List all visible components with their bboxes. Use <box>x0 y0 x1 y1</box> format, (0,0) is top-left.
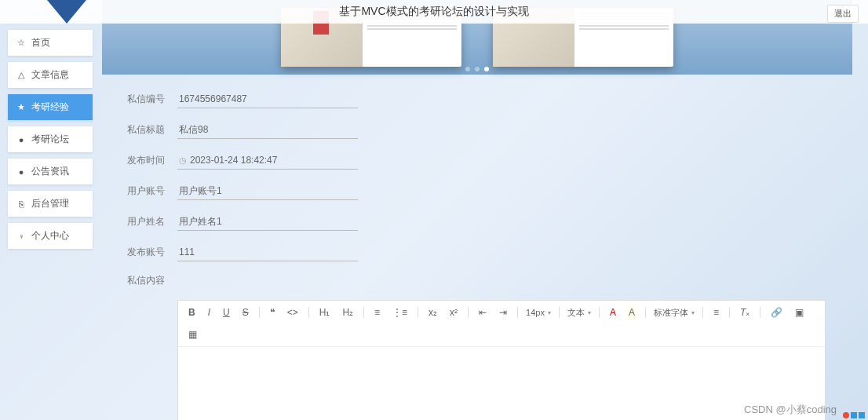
input-wrap <box>177 213 358 231</box>
field-label: 用户姓名 <box>121 215 165 228</box>
field-label: 私信编号 <box>121 93 165 106</box>
h2-button[interactable]: H₂ <box>340 305 356 320</box>
strikethrough-button[interactable]: S <box>240 305 251 320</box>
form-row-title: 私信标题 <box>121 121 833 139</box>
sidebar-item-label: 公告资讯 <box>31 165 69 178</box>
sidebar-item-announcements[interactable]: ● 公告资讯 <box>8 159 93 184</box>
chevron-down-icon: ▾ <box>588 309 591 316</box>
toolbar-separator <box>418 307 418 318</box>
editor-toolbar: B I U S ❝ <> H₁ H₂ ≡ ⋮≡ x₂ x² ⇤ ⇥ <box>178 301 825 347</box>
user-account-input[interactable] <box>179 185 356 196</box>
sidebar-item-experience[interactable]: ★ 考研经验 <box>8 94 93 120</box>
unordered-list-button[interactable]: ⋮≡ <box>390 305 410 320</box>
logout-button[interactable]: 退出 <box>827 5 859 23</box>
star-outline-icon: ☆ <box>16 38 27 48</box>
corner-icon <box>843 412 849 418</box>
carousel-dot[interactable] <box>475 67 480 71</box>
sidebar-item-articles[interactable]: △ 文章信息 <box>8 62 93 88</box>
main-content: 私信编号 私信标题 发布时间 ◷ 用户账号 用户姓名 <box>102 0 852 420</box>
toolbar-separator <box>729 307 730 318</box>
form-row-time: 发布时间 ◷ <box>121 152 833 170</box>
form-row-name: 用户姓名 <box>121 213 833 231</box>
corner-icon <box>851 412 857 418</box>
app-header: 基于MVC模式的考研论坛的设计与实现 退出 <box>0 0 868 24</box>
toolbar-separator <box>645 307 646 318</box>
sidebar-item-forum[interactable]: ● 考研论坛 <box>8 126 93 152</box>
toolbar-separator <box>259 307 260 318</box>
publish-time-input[interactable] <box>190 155 356 166</box>
bg-color-button[interactable]: A <box>626 305 637 320</box>
editor-body[interactable] <box>178 347 825 420</box>
clear-format-button[interactable]: Tₓ <box>738 305 752 320</box>
font-family-select[interactable]: 标准字体 ▾ <box>654 307 695 319</box>
underline-button[interactable]: U <box>221 305 232 320</box>
input-wrap <box>177 121 358 139</box>
toolbar-separator <box>308 307 309 318</box>
field-label: 发布账号 <box>121 246 165 259</box>
video-button[interactable]: ▦ <box>186 327 199 341</box>
form-row-id: 私信编号 <box>121 90 833 108</box>
toolbar-separator <box>760 307 760 318</box>
user-icon: ♀ <box>16 232 27 241</box>
field-label: 发布时间 <box>121 154 165 167</box>
toolbar-separator <box>363 307 364 318</box>
outdent-button[interactable]: ⇥ <box>497 305 509 320</box>
field-label: 私信内容 <box>121 274 165 287</box>
bold-button[interactable]: B <box>186 305 198 320</box>
clock-icon: ◷ <box>179 155 187 166</box>
circle-icon: ● <box>16 135 27 144</box>
watermark-text: CSDN @小蔡coding <box>744 403 837 417</box>
sidebar-item-home[interactable]: ☆ 首页 <box>8 30 93 56</box>
triangle-icon: △ <box>16 70 27 80</box>
toolbar-separator <box>559 307 560 318</box>
input-wrap: ◷ <box>177 152 358 170</box>
sidebar-item-label: 后台管理 <box>31 197 69 210</box>
message-title-input[interactable] <box>179 124 356 135</box>
carousel-dot[interactable] <box>465 67 470 71</box>
carousel-dot-active[interactable] <box>484 67 489 71</box>
header-decoration <box>47 0 86 24</box>
field-label: 用户账号 <box>121 184 165 198</box>
toolbar-separator <box>599 307 600 318</box>
circle-icon: ● <box>16 167 27 177</box>
form-row-account: 用户账号 <box>121 182 833 200</box>
sidebar-nav: ☆ 首页 △ 文章信息 ★ 考研经验 ● 考研论坛 ● 公告资讯 ⎘ 后台管理 … <box>8 30 93 249</box>
link-button[interactable]: 🔗 <box>768 305 785 320</box>
admin-icon: ⎘ <box>16 199 27 209</box>
input-wrap <box>177 243 358 261</box>
sidebar-item-admin[interactable]: ⎘ 后台管理 <box>8 191 93 217</box>
sidebar-item-profile[interactable]: ♀ 个人中心 <box>8 223 93 249</box>
form-row-content: 私信内容 <box>121 274 833 287</box>
message-id-input[interactable] <box>179 93 356 104</box>
indent-button[interactable]: ⇤ <box>476 305 489 320</box>
align-button[interactable]: ≡ <box>711 305 721 320</box>
toolbar-separator <box>702 307 703 318</box>
carousel-dots[interactable] <box>465 67 489 71</box>
text-style-select[interactable]: 文本 ▾ <box>567 307 591 319</box>
message-form: 私信编号 私信标题 发布时间 ◷ 用户账号 用户姓名 <box>102 75 852 420</box>
italic-button[interactable]: I <box>206 305 213 320</box>
code-button[interactable]: <> <box>285 305 301 320</box>
font-color-button[interactable]: A <box>607 305 618 320</box>
image-button[interactable]: ▣ <box>793 305 806 320</box>
form-row-publisher: 发布账号 <box>121 243 833 261</box>
font-size-select[interactable]: 14px ▾ <box>526 308 551 317</box>
user-name-input[interactable] <box>179 216 356 227</box>
toolbar-separator <box>517 307 518 318</box>
corner-widgets <box>843 412 865 418</box>
page-title: 基于MVC模式的考研论坛的设计与实现 <box>339 5 528 19</box>
superscript-button[interactable]: x² <box>447 305 460 320</box>
h1-button[interactable]: H₁ <box>317 305 333 320</box>
star-icon: ★ <box>16 102 27 112</box>
rich-text-editor: B I U S ❝ <> H₁ H₂ ≡ ⋮≡ x₂ x² ⇤ ⇥ <box>177 300 826 420</box>
input-wrap <box>177 90 358 108</box>
input-wrap <box>177 182 358 200</box>
publisher-account-input[interactable] <box>179 247 356 257</box>
ordered-list-button[interactable]: ≡ <box>372 305 382 320</box>
subscript-button[interactable]: x₂ <box>426 305 439 320</box>
sidebar-item-label: 个人中心 <box>31 229 69 243</box>
sidebar-item-label: 考研经验 <box>31 100 69 114</box>
quote-button[interactable]: ❝ <box>268 305 277 320</box>
sidebar-item-label: 文章信息 <box>31 68 69 82</box>
sidebar-item-label: 考研论坛 <box>31 133 69 146</box>
